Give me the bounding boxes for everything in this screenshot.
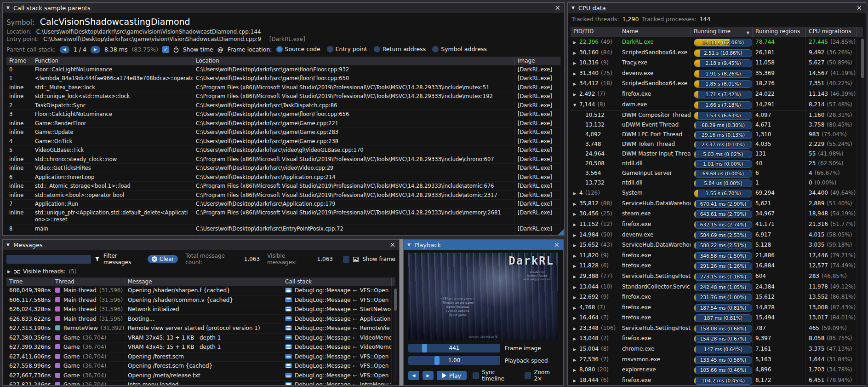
cpu-thread-row[interactable]: 3,564GameInput server69.68 us (0.00%)64(…	[571, 168, 863, 178]
callstack-list-icon[interactable]	[285, 288, 292, 293]
cpu-process-row[interactable]: ▶11,828(6)firefox.exe291.26 ms (1.26%)16…	[571, 261, 863, 271]
message-row[interactable]: 627,411,606nsGame(36,704)Opening /forest…	[6, 352, 395, 362]
message-row[interactable]: 627,380,356nsGame(36,704)VRAM 37x45: 13 …	[6, 334, 395, 343]
message-callstack-cell[interactable]: DebugLog::Message←VideoMemo	[282, 334, 392, 343]
message-callstack-cell[interactable]: DebugLog::Message←VFS::Open	[282, 362, 392, 371]
expand-icon[interactable]: ▶	[573, 262, 579, 271]
close-icon[interactable]: ×	[554, 242, 560, 248]
expand-icon[interactable]: ▶	[573, 335, 579, 344]
cpu-thread-row[interactable]: 3,748DWM Token Thread23.37 ms (0.10%)4,0…	[571, 139, 863, 149]
callstack-list-icon[interactable]	[285, 373, 292, 378]
expand-icon[interactable]: ▶	[573, 314, 579, 323]
callstack-table-row[interactable]: 1<lambda_84a19dc444fae966ca174e83e708bdc…	[6, 74, 560, 83]
callstack-table-row[interactable]: inlinestd::_Atomic_storage<bool,1>::load…	[6, 182, 560, 191]
message-row[interactable]: 627,399,326nsGame(36,704)VRAM 43x45: 15 …	[6, 343, 395, 352]
prev-frame-button[interactable]: ◀	[408, 371, 419, 380]
cpu-process-row[interactable]: ▼7,144(8)dwm.exe1.66 s (7.18%)14,2918,21…	[571, 100, 863, 110]
playback-titlebar[interactable]: ▼ Playback ×	[404, 240, 563, 250]
cpu-thread-row[interactable]: 13,132uDWM Event Thread68.29 ms (0.30%)4…	[571, 120, 863, 130]
message-row[interactable]: 627,831,246nsGame(36,704)Intro menu load…	[6, 381, 395, 386]
column-header[interactable]: Running time▼	[691, 27, 753, 37]
cpu-process-row[interactable]: ▶30,456(25)steam.exe643.61 ms (2.79%)34,…	[571, 209, 863, 219]
close-icon[interactable]: ×	[554, 5, 560, 11]
column-header[interactable]: Image	[515, 57, 560, 65]
message-row[interactable]: 627,667,736nsGame(36,704)Opening /meta/r…	[6, 371, 395, 381]
message-callstack-cell[interactable]: DebugLog::Message←RemoteVie	[282, 324, 392, 334]
cpu-titlebar[interactable]: ▼ CPU data ×	[568, 3, 866, 13]
cpu-process-row[interactable]: ▶16,464(7)firefox.exe187 ms (0.81%)15,49…	[571, 313, 863, 323]
collapse-icon[interactable]: ▼	[6, 6, 10, 10]
callstack-table-row[interactable]: inlineGame::RenderFloorC:\Users\wolf\Des…	[6, 119, 560, 128]
column-header[interactable]: PID/TID	[571, 27, 619, 37]
collapse-icon[interactable]: ▼	[571, 6, 575, 10]
expand-icon[interactable]: ▶	[573, 190, 579, 198]
expand-icon[interactable]: ▶	[573, 80, 579, 89]
zoom-2x-checkbox[interactable]	[525, 372, 531, 379]
cpu-process-row[interactable]: ▶30,160(84)ScriptedSandbox64.exe2.51 s (…	[571, 48, 863, 58]
message-callstack-cell[interactable]: DebugLog::Message←VideoMemo	[282, 343, 392, 352]
visible-threads-row[interactable]: ▶ Visible threads: (5)	[3, 267, 399, 277]
callstack-table-row[interactable]: inlineVideo::GetTicksHiResC:\Users\wolf\…	[6, 164, 560, 173]
callstack-table-row[interactable]: inlinestd::unique_ptr<Application,std::d…	[6, 209, 560, 225]
message-callstack-cell[interactable]: DebugLog::Message←StartNetwo	[282, 305, 392, 315]
cpu-process-row[interactable]: ▶27,536(7)msvsmon.exe133.45 ms (0.58%)5,…	[571, 355, 863, 365]
column-header[interactable]: Time	[6, 277, 52, 286]
cpu-process-row[interactable]: ▶13,048(7)firefox.exe154.28 ms (0.67%)9,…	[571, 334, 863, 344]
play-button[interactable]: Play	[437, 371, 467, 380]
callstack-list-icon[interactable]	[285, 316, 292, 321]
callstack-list-icon[interactable]	[285, 335, 292, 340]
column-header[interactable]: Location	[193, 57, 515, 65]
callstack-table-row[interactable]: inlinestd::_Mutex_base::lockC:\Program F…	[6, 83, 560, 92]
cpu-process-row[interactable]: ▶35,812(88)ServiceHub.DataWarehou670.41 …	[571, 199, 863, 209]
resize-grip-icon[interactable]	[558, 229, 564, 235]
cpu-process-row[interactable]: ▶22,396(49)DarkRL.exe14.33 s (62.06%)78,…	[571, 37, 863, 48]
close-icon[interactable]: ×	[389, 242, 395, 248]
cpu-process-row[interactable]: ▶8,080(20)explorer.exe105.66 ms (0.46%)4…	[571, 365, 863, 375]
expand-icon[interactable]: ▶	[573, 231, 579, 240]
cpu-process-row[interactable]: ▶12,692(9)firefox.exe231.76 ms (1.00%)15…	[571, 292, 863, 303]
frame-location-radio-return-address[interactable]: Return address	[374, 46, 426, 52]
callstack-list-icon[interactable]	[285, 325, 292, 330]
frame-location-radio-source-code[interactable]: Source code	[276, 46, 320, 52]
close-icon[interactable]: ×	[856, 5, 862, 11]
expand-icon[interactable]: ▶	[573, 242, 579, 250]
cpu-process-row[interactable]: ▶11,152(12)firefox.exe632.15 ms (2.74%)4…	[571, 219, 863, 230]
expand-icon[interactable]: ▶	[7, 269, 11, 274]
scrollbar-thumb[interactable]	[394, 289, 397, 311]
collapse-icon[interactable]: ▼	[6, 243, 10, 247]
callstack-table-row[interactable]: 0Floor::CalcLightNoLuminanceC:\Users\wol…	[6, 65, 560, 75]
expand-icon[interactable]: ▶	[573, 210, 579, 219]
cpu-process-row[interactable]: ▶2,492(7)firefox.exe1.71 s (7.42%)24,022…	[571, 89, 863, 100]
cpu-thread-row[interactable]: 10,512DWM Compositor Thread1.53 s (6.63%…	[571, 110, 863, 120]
next-parent-button[interactable]: ▶	[91, 46, 100, 53]
callstack-table-row[interactable]: inlinestd::chrono::steady_clock::nowC:\P…	[6, 155, 560, 164]
callstack-table-row[interactable]: 8mainC:\Users\wolf\Desktop\darkrl\src\En…	[6, 225, 560, 234]
frame-slider[interactable]: 441	[408, 344, 500, 352]
expand-icon[interactable]: ▶	[573, 59, 579, 68]
dock-splitter[interactable]	[400, 239, 403, 386]
cpu-process-row[interactable]: ▶29,388(77)ServiceHub.SettingsHost273.15…	[571, 271, 863, 282]
cpu-process-row[interactable]: ▶4(126)System1.55 s (6.70%)69,29434,400(…	[571, 188, 863, 199]
cpu-process-row[interactable]: ▶23,348(106)ServiceHub.SettingsHost158.0…	[571, 323, 863, 334]
cpu-process-row[interactable]: ▶15,652(43)ServiceHub.DataWarehou580.22 …	[571, 240, 863, 251]
cpu-process-row[interactable]: ▶31,340(75)devenv.exe1.91 s (8.26%)35,36…	[571, 69, 863, 79]
callstack-table-row[interactable]: 6Application::InnerLoopC:\Users\wolf\Des…	[6, 173, 560, 182]
expand-icon[interactable]: ▶	[573, 221, 579, 230]
cpu-thread-row[interactable]: 20,508ntdll.dll1.01 ms (0.00%)4025(62.50…	[571, 159, 863, 168]
column-header[interactable]: Function	[32, 57, 193, 65]
callstack-table-row[interactable]: inlinestd::unique_lock<std::mutex>::lock…	[6, 92, 560, 101]
callstack-table-row[interactable]: 4Game::OnTickC:\Users\wolf\Desktop\darkr…	[6, 137, 560, 146]
expand-icon[interactable]: ▶	[573, 200, 579, 209]
cpu-process-row[interactable]: ▶4,768(7)firefox.exe187.54 ms (0.81%)14,…	[571, 303, 863, 313]
callstack-table-row[interactable]: 2TaskDispatch::SyncC:\Users\wolf\Desktop…	[6, 101, 560, 110]
message-row[interactable]: 627,558,996nsGame(36,704)Opening /forest…	[6, 362, 395, 371]
column-header[interactable]: Thread	[52, 277, 125, 286]
message-callstack-cell[interactable]: DebugLog::Message←VFS::Open	[282, 286, 392, 296]
callstack-titlebar[interactable]: ▼ Call stack sample parents ×	[3, 3, 564, 13]
message-row[interactable]: 626,024,328nsMain thread(31,596)Network …	[6, 305, 395, 315]
next-frame-button[interactable]: ▶	[423, 371, 434, 380]
expand-icon[interactable]: ▶	[573, 346, 579, 354]
sync-timeline-checkbox[interactable]	[473, 372, 479, 379]
filter-input[interactable]	[6, 255, 91, 264]
cpu-thread-row[interactable]: 24,964DWM Master Input Threa5.03 ms (0.0…	[571, 149, 863, 159]
